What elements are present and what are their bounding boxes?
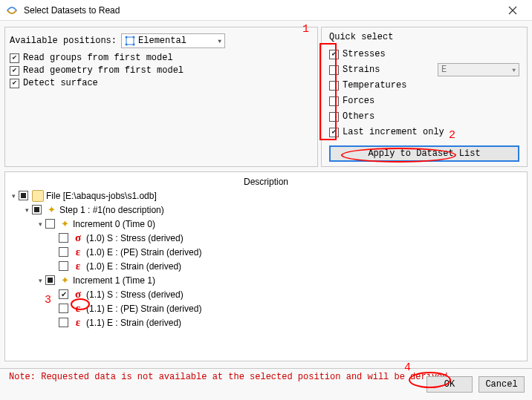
chevron-down-icon: ▼ — [218, 38, 221, 45]
option-label: Detect surface — [23, 78, 98, 88]
quick-select-checkbox[interactable] — [329, 81, 339, 91]
positions-value: Elemental — [138, 36, 186, 46]
quick-select-checkbox[interactable] — [329, 96, 339, 106]
option-row: Read groups from first model — [10, 53, 313, 63]
tree-label: (1.1) E : Strain (derived) — [86, 318, 181, 328]
quick-select-checkbox[interactable] — [329, 50, 339, 59]
quick-select-checkbox[interactable] — [329, 65, 339, 75]
tree-checkbox[interactable] — [59, 233, 68, 243]
tree-row[interactable]: ▾File [E:\abaqus-jobs\s1.odb] — [5, 188, 527, 203]
option-checkbox[interactable] — [10, 66, 19, 76]
tree-label: (1.0) S : Stress (derived) — [86, 233, 184, 243]
app-logo-icon — [6, 4, 18, 16]
svg-point-4 — [133, 44, 135, 46]
tree-label: File [E:\abaqus-jobs\s1.odb] — [46, 191, 157, 201]
tree-expand-icon[interactable]: ▾ — [22, 206, 32, 214]
tree-checkbox[interactable] — [59, 318, 68, 327]
quick-select-label: Forces — [343, 96, 519, 106]
quick-select-row: Others — [329, 109, 519, 124]
quick-select-row: StrainsE▼ — [329, 62, 519, 77]
tree-checkbox[interactable] — [59, 304, 68, 313]
tree-checkbox[interactable] — [45, 219, 55, 229]
epsilon-icon: ε — [72, 260, 84, 272]
tree-label: (1.1) E : (PE) Strain (derived) — [86, 304, 201, 314]
step-icon: ✦ — [59, 275, 71, 286]
apply-button-label: Apply to Dataset List — [368, 148, 480, 159]
tree-label: Step 1 : #1(no description) — [59, 205, 164, 215]
option-checkbox[interactable] — [10, 53, 19, 63]
tree-row[interactable]: ▾✦Step 1 : #1(no description) — [5, 203, 527, 217]
annotation-3: 3 — [45, 294, 51, 306]
quick-select-panel: Quick select StressesStrainsE▼Temperatur… — [321, 27, 528, 167]
tree-row[interactable]: σ(1.1) S : Stress (derived) — [5, 287, 527, 301]
close-button[interactable] — [498, 1, 528, 19]
option-row: Detect surface — [10, 78, 313, 88]
tree-checkbox[interactable] — [32, 205, 42, 214]
option-checkbox[interactable] — [10, 79, 19, 88]
quick-select-row: Stresses — [329, 47, 519, 62]
titlebar: Select Datasets to Read — [0, 0, 532, 21]
quick-select-checkbox[interactable] — [329, 128, 339, 137]
epsilon-icon: ε — [72, 317, 84, 329]
svg-point-3 — [126, 44, 128, 46]
tree-row[interactable]: ε(1.1) E : (PE) Strain (derived) — [5, 301, 527, 315]
annotation-4: 4 — [404, 361, 411, 374]
tree-expand-icon[interactable]: ▾ — [35, 220, 45, 228]
positions-dropdown[interactable]: Elemental ▼ — [121, 33, 225, 48]
tree-checkbox[interactable] — [59, 289, 68, 299]
tree-row[interactable]: ▾✦Increment 0 (Time 0) — [5, 217, 527, 231]
tree-label: (1.0) E : (PE) Strain (derived) — [86, 247, 201, 258]
tree-checkbox[interactable] — [59, 261, 68, 271]
tree-row[interactable]: ε(1.0) E : Strain (derived) — [5, 259, 527, 273]
options-panel: Available positions: Elemental ▼ Read gr… — [4, 27, 318, 167]
dataset-tree[interactable]: Description ▾File [E:\abaqus-jobs\s1.odb… — [4, 171, 528, 361]
quick-select-title: Quick select — [329, 32, 519, 42]
chevron-down-icon: ▼ — [512, 67, 516, 73]
tree-expand-icon[interactable]: ▾ — [35, 277, 45, 284]
tree-row[interactable]: σ(1.0) S : Stress (derived) — [5, 231, 527, 245]
derived-note: Note: Requested data is not available at… — [9, 372, 448, 382]
separator — [0, 368, 532, 369]
quick-select-label: Last increment only — [343, 127, 519, 137]
quick-select-label: Others — [343, 111, 519, 122]
strains-dd-value: E — [441, 65, 447, 75]
tree-row[interactable]: ε(1.0) E : (PE) Strain (derived) — [5, 245, 527, 259]
tree-checkbox[interactable] — [19, 191, 28, 200]
tree-checkbox[interactable] — [59, 247, 68, 257]
quick-select-label: Stresses — [343, 49, 519, 59]
positions-label: Available positions: — [10, 36, 117, 46]
quick-select-row: Last increment only — [329, 125, 519, 140]
ok-button[interactable]: OK — [426, 376, 473, 393]
annotation-2: 2 — [449, 129, 455, 142]
strains-dropdown[interactable]: E▼ — [438, 63, 519, 76]
window-title: Select Datasets to Read — [24, 5, 120, 16]
tree-row[interactable]: ε(1.1) E : Strain (derived) — [5, 315, 527, 329]
step-icon: ✦ — [59, 218, 71, 230]
quick-select-row: Forces — [329, 94, 519, 108]
svg-rect-0 — [126, 37, 134, 45]
tree-label: Increment 0 (Time 0) — [73, 219, 155, 229]
sigma-icon: σ — [72, 232, 84, 244]
tree-label: Increment 1 (Time 1) — [73, 275, 155, 286]
svg-point-1 — [126, 36, 128, 39]
tree-checkbox[interactable] — [45, 275, 55, 285]
option-label: Read groups from first model — [23, 53, 173, 63]
apply-dataset-button[interactable]: Apply to Dataset List — [329, 145, 519, 162]
epsilon-icon: ε — [72, 246, 84, 258]
tree-label: (1.1) S : Stress (derived) — [86, 289, 184, 300]
step-icon: ✦ — [45, 204, 57, 216]
quick-select-row: Temperatures — [329, 78, 519, 93]
tree-label: (1.0) E : Strain (derived) — [86, 261, 181, 272]
folder-icon — [32, 190, 44, 202]
option-row: Read geometry from first model — [10, 65, 313, 76]
svg-point-2 — [133, 36, 135, 39]
elemental-icon — [125, 36, 135, 46]
quick-select-label: Strains — [343, 65, 438, 75]
epsilon-icon: ε — [72, 303, 84, 315]
annotation-1: 1 — [302, 23, 309, 36]
cancel-button[interactable]: Cancel — [479, 376, 525, 393]
quick-select-checkbox[interactable] — [329, 112, 339, 122]
tree-row[interactable]: ▾✦Increment 1 (Time 1) — [5, 273, 527, 287]
tree-expand-icon[interactable]: ▾ — [8, 192, 19, 200]
option-label: Read geometry from first model — [23, 65, 184, 76]
